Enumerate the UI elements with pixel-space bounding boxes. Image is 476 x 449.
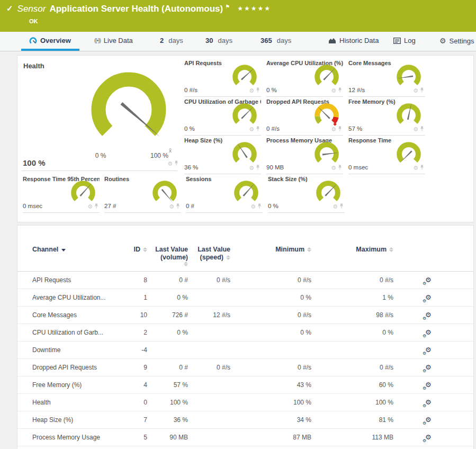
channel-table-body: API Requests 8 0 # 0 #/s 0 #/s 0 #/s Ave…: [17, 272, 473, 446]
channel-name[interactable]: Downtime: [17, 346, 128, 354]
gear-icon[interactable]: [249, 85, 254, 95]
edit-channel-gears-icon[interactable]: [425, 434, 432, 441]
column-header-last-value-speed[interactable]: Last Value(speed): [188, 226, 230, 271]
gauge-value: 0 #/s: [266, 125, 280, 132]
column-header-maximum[interactable]: Maximum: [311, 226, 393, 271]
edit-channel-gears-icon[interactable]: [425, 311, 432, 318]
pin-icon[interactable]: [256, 126, 260, 131]
tab-live-data[interactable]: ((•)) Live Data: [94, 37, 133, 44]
channel-name[interactable]: API Requests: [17, 276, 128, 284]
gear-icon[interactable]: [333, 201, 338, 211]
gauge-tile-core-messages[interactable]: Core Messages 12 #/s: [348, 60, 425, 97]
gauge-icon: [29, 37, 37, 44]
edit-channel-gears-icon[interactable]: [425, 276, 432, 283]
pin-icon[interactable]: [176, 203, 180, 209]
health-gauge-tile[interactable]: Health 0 % 100 % x̄ 100 %: [17, 56, 183, 171]
gear-icon[interactable]: [331, 124, 336, 133]
edit-channel-gears-icon[interactable]: [425, 346, 432, 353]
minimum-value: 100 %: [230, 399, 311, 406]
gauge-tile-free-memory[interactable]: Free Memory (%) 57 %: [348, 98, 425, 136]
tab-365-days[interactable]: 365days: [261, 37, 291, 44]
gauge-tile-response-time-95th[interactable]: Response Time 95th Percentile 0 msec: [23, 176, 100, 213]
gauge-tile-cpu-garbage-collector[interactable]: CPU Utilization of Garbage C... 0 %: [184, 98, 261, 136]
edit-channel-gears-icon[interactable]: [425, 329, 432, 336]
table-row[interactable]: Free Memory (%) 4 57 % 43 % 60 %: [17, 376, 473, 394]
tab-settings[interactable]: Settings: [439, 37, 474, 45]
channel-id: 1: [128, 294, 147, 301]
pin-icon[interactable]: [256, 165, 260, 170]
column-header-last-value-volume[interactable]: Last Value(volume): [147, 226, 188, 271]
channel-name[interactable]: CPU Utilization of Garb...: [17, 329, 128, 336]
channel-name[interactable]: Heap Size (%): [17, 416, 128, 424]
gauge-tile-response-time[interactable]: Response Time 0 msec: [348, 137, 425, 174]
gear-icon[interactable]: [250, 201, 256, 211]
column-header-id[interactable]: ID: [128, 226, 147, 271]
pin-icon[interactable]: [256, 87, 260, 93]
channel-name[interactable]: Health: [17, 399, 128, 406]
gear-icon[interactable]: [169, 201, 174, 211]
pin-icon[interactable]: [174, 160, 178, 166]
tab-overview[interactable]: Overview: [29, 37, 71, 44]
gear-icon[interactable]: [413, 124, 418, 133]
gauge-tile-heap-size[interactable]: Heap Size (%) 36 %: [184, 137, 261, 174]
gauge-tile-process-memory[interactable]: Process Memory Usage 90 MB: [266, 137, 343, 174]
channel-name[interactable]: Average CPU Utilization...: [17, 294, 128, 301]
pin-icon[interactable]: [339, 203, 344, 209]
channel-name[interactable]: Process Memory Usage: [17, 434, 128, 441]
pin-icon[interactable]: [338, 87, 342, 93]
table-row[interactable]: Core Messages 10 726 # 12 #/s 0 #/s 98 #…: [17, 307, 473, 324]
table-row[interactable]: Average CPU Utilization... 1 0 % 0 % 1 %: [17, 289, 473, 307]
sort-icon: [307, 247, 311, 252]
priority-flag-icon[interactable]: [223, 4, 230, 13]
pin-icon[interactable]: [94, 203, 98, 209]
pin-icon[interactable]: [257, 203, 262, 209]
column-header-channel[interactable]: Channel: [17, 226, 128, 271]
edit-channel-gears-icon[interactable]: [425, 416, 432, 423]
edit-channel-gears-icon[interactable]: [425, 294, 432, 301]
edit-channel-gears-icon[interactable]: [425, 381, 432, 388]
table-row[interactable]: Downtime -4: [17, 342, 473, 359]
gauge-tile-average-cpu[interactable]: Average CPU Utilization (%) 0 %: [266, 60, 343, 97]
tab-2-days[interactable]: 2days: [160, 37, 183, 44]
chevron-down-icon: [61, 249, 66, 252]
tab-log[interactable]: Log: [393, 37, 416, 44]
gauge-tile-dropped-api-requests[interactable]: Dropped API Requests 0 #/s: [266, 98, 343, 136]
tab-30-days[interactable]: 30days: [205, 37, 232, 44]
column-header-minimum[interactable]: Minimum: [230, 226, 311, 271]
tab-historic-data[interactable]: Historic Data: [328, 37, 379, 44]
gear-icon[interactable]: [331, 163, 336, 172]
gear-icon[interactable]: [249, 163, 254, 172]
pin-icon[interactable]: [338, 126, 342, 131]
priority-stars[interactable]: ★★★★★: [237, 5, 271, 12]
gauge-tile-api-requests[interactable]: API Requests 0 #/s: [184, 60, 261, 97]
pin-icon[interactable]: [420, 165, 424, 170]
channel-name[interactable]: Core Messages: [17, 311, 128, 319]
maximum-value: 0 #/s: [311, 364, 393, 371]
gear-icon[interactable]: [167, 158, 173, 168]
table-row[interactable]: CPU Utilization of Garb... 2 0 % 0 % 0 %: [17, 324, 473, 342]
gear-icon[interactable]: [249, 124, 254, 133]
pin-icon[interactable]: [420, 126, 424, 131]
status-ok-check-icon: [6, 4, 17, 13]
gauge-tile-stack-size[interactable]: Stack Size (%) 0 %: [268, 176, 345, 213]
pin-icon[interactable]: [420, 87, 424, 93]
channel-name[interactable]: Free Memory (%): [17, 381, 128, 389]
table-row[interactable]: Process Memory Usage 5 90 MB 87 MB 113 M…: [17, 429, 473, 446]
pin-icon[interactable]: [338, 165, 342, 170]
minimum-value: 0 %: [230, 294, 311, 301]
edit-channel-gears-icon[interactable]: [425, 399, 432, 406]
gear-icon[interactable]: [331, 85, 336, 95]
gauge-tile-sessions[interactable]: Sessions 0 #: [186, 176, 263, 213]
last-value-volume: 90 MB: [147, 434, 188, 441]
edit-channel-gears-icon[interactable]: [425, 364, 432, 371]
table-row[interactable]: API Requests 8 0 # 0 #/s 0 #/s 0 #/s: [17, 272, 473, 289]
table-row[interactable]: Health 0 100 % 100 % 100 %: [17, 394, 473, 411]
table-row[interactable]: Heap Size (%) 7 36 % 34 % 81 %: [17, 411, 473, 429]
gear-icon[interactable]: [413, 163, 418, 172]
table-row[interactable]: Dropped API Requests 9 0 # 0 #/s 0 #/s 0…: [17, 359, 473, 376]
gauge-tile-routines[interactable]: Routines 27 #: [104, 176, 181, 213]
gear-icon[interactable]: [87, 201, 93, 211]
gear-icon[interactable]: [413, 85, 418, 95]
channel-name[interactable]: Dropped API Requests: [17, 364, 128, 371]
sensor-header: Sensor Application Server Health (Autono…: [0, 0, 476, 32]
